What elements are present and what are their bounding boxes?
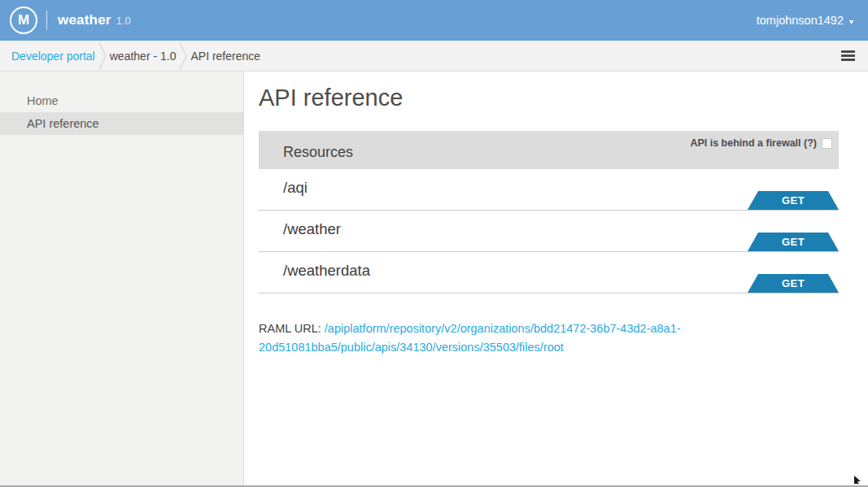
username: tomjohnson1492 [757,14,844,27]
raml-url-line: RAML URL: /apiplatform/repository/v2/org… [259,320,710,357]
breadcrumb-chevron-icon [177,41,189,71]
sidebar: Home API reference [0,72,244,485]
api-version: 1.0 [116,15,131,27]
raml-url-link[interactable]: /apiplatform/repository/v2/organizations… [259,322,681,354]
breadcrumb-developer-portal[interactable]: Developer portal [11,50,95,63]
sidebar-item-api-reference[interactable]: API reference [0,112,243,135]
firewall-checkbox[interactable] [822,138,832,149]
user-menu[interactable]: tomjohnson1492 ▾ [757,14,853,27]
resource-path-weatherdata[interactable]: /weatherdata [283,262,370,280]
resource-path-aqi[interactable]: /aqi [283,179,308,197]
page-body: Home API reference API reference Resourc… [0,72,868,485]
sidebar-item-home[interactable]: Home [0,89,243,112]
get-button-aqi[interactable]: GET [748,191,839,210]
breadcrumb-api-name[interactable]: weather - 1.0 [110,50,177,63]
resource-row: /aqi GET [259,169,839,211]
resource-path-weather[interactable]: /weather [283,220,341,238]
menu-hamburger-icon[interactable] [840,47,857,64]
resources-header: Resources API is behind a firewall (?) [259,131,839,169]
get-button-weatherdata[interactable]: GET [748,274,839,293]
mulesoft-logo-icon[interactable]: M [10,7,37,34]
caret-down-icon: ▾ [849,17,853,26]
get-button-weather[interactable]: GET [748,233,839,251]
firewall-label: API is behind a firewall (?) [690,137,817,149]
breadcrumb-chevron-icon [97,41,108,71]
breadcrumb: Developer portal weather - 1.0 API refer… [0,41,868,72]
resource-row: /weather GET [259,211,839,252]
resources-heading: Resources [283,144,353,161]
mouse-cursor-icon [853,473,863,485]
firewall-option[interactable]: API is behind a firewall (?) [690,137,832,149]
brand-divider [46,11,47,30]
main-content: API reference Resources API is behind a … [244,72,868,485]
resource-row: /weatherdata GET [259,252,839,294]
page-title: API reference [259,85,839,111]
top-bar: M weather 1.0 tomjohnson1492 ▾ [0,0,868,41]
raml-url-label: RAML URL: [259,322,321,335]
breadcrumb-current-page: API reference [190,50,260,63]
api-title: weather [58,12,111,28]
